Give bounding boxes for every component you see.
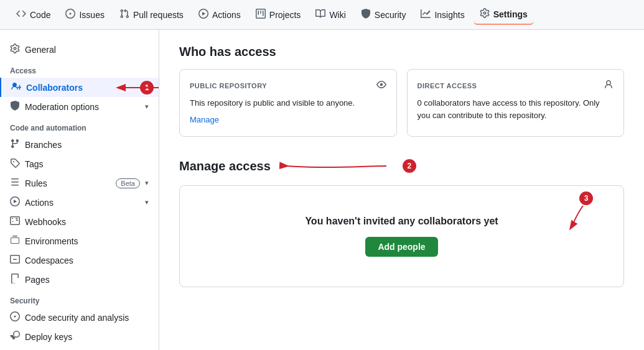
rules-badge: Beta: [116, 178, 140, 188]
manage-access-empty-text: You haven't invited any collaborators ye…: [190, 216, 614, 227]
sidebar-actions-label: Actions: [25, 198, 140, 208]
collaborators-icon: [11, 81, 21, 93]
sidebar-rules-label: Rules: [25, 178, 111, 188]
tags-icon: [10, 158, 20, 170]
settings-sidebar: General Access Collaborators 1: [0, 30, 159, 350]
actions-icon: [198, 9, 208, 21]
eye-icon: [376, 80, 386, 92]
svg-text:3: 3: [584, 194, 589, 203]
sidebar-section-code-automation: Code and automation: [0, 116, 159, 135]
settings-icon: [480, 8, 490, 20]
moderation-icon: [10, 101, 20, 113]
sidebar-moderation-label: Moderation options: [25, 102, 140, 112]
public-card-header: PUBLIC REPOSITORY: [190, 80, 386, 92]
environments-icon: [10, 235, 20, 247]
person-icon: [604, 80, 614, 92]
sidebar-item-moderation[interactable]: Moderation options ▾: [0, 97, 159, 116]
nav-item-actions[interactable]: Actions: [192, 5, 247, 24]
nav-issues-label: Issues: [79, 10, 104, 20]
nav-item-projects[interactable]: Projects: [250, 5, 307, 24]
nav-wiki-label: Wiki: [329, 10, 345, 20]
sidebar-item-actions[interactable]: Actions ▾: [0, 193, 159, 212]
sidebar-item-branches[interactable]: Branches: [0, 135, 159, 154]
sidebar-tags-label: Tags: [25, 159, 149, 169]
general-icon: [10, 44, 20, 55]
pull-requests-icon: [119, 9, 129, 21]
actions-sidebar-icon: [10, 196, 20, 208]
nav-actions-label: Actions: [212, 10, 241, 20]
codespaces-icon: [10, 254, 20, 266]
direct-card-label: DIRECT ACCESS: [418, 82, 477, 90]
projects-icon: [256, 9, 266, 21]
webhooks-icon: [10, 216, 20, 228]
annotation-2: 2: [403, 159, 416, 173]
direct-card-header: DIRECT ACCESS: [418, 80, 614, 92]
public-card-label: PUBLIC REPOSITORY: [190, 82, 267, 90]
nav-item-issues[interactable]: Issues: [59, 5, 110, 24]
manage-access-title: Manage access: [179, 159, 271, 173]
direct-access-card: DIRECT ACCESS 0 collaborators have acces…: [407, 69, 625, 137]
nav-code-label: Code: [30, 10, 50, 20]
public-card-text: This repository is public and visible to…: [190, 97, 386, 109]
deploy-keys-icon: [10, 331, 20, 343]
nav-projects-label: Projects: [269, 10, 301, 20]
sidebar-webhooks-label: Webhooks: [25, 217, 149, 227]
sidebar-section-security: Security: [0, 289, 159, 308]
actions-chevron-icon: ▾: [145, 198, 149, 206]
main-content: Who has access PUBLIC REPOSITORY This re…: [159, 30, 644, 350]
nav-item-wiki[interactable]: Wiki: [309, 5, 352, 24]
manage-link[interactable]: Manage: [190, 115, 219, 124]
insights-icon: [421, 9, 431, 21]
sidebar-section-access: Access: [0, 59, 159, 78]
nav-settings-label: Settings: [493, 9, 528, 19]
manage-access-box: 3 You haven't invited any collaborators …: [179, 185, 624, 287]
add-people-button[interactable]: Add people: [365, 237, 437, 257]
rules-chevron-icon: ▾: [145, 179, 149, 187]
svg-point-0: [579, 191, 593, 205]
nav-item-code[interactable]: Code: [10, 5, 57, 24]
code-security-icon: [10, 311, 20, 323]
nav-security-label: Security: [375, 10, 406, 20]
sidebar-deploy-keys-label: Deploy keys: [25, 332, 149, 342]
issues-icon: [65, 9, 75, 21]
nav-insights-label: Insights: [434, 10, 464, 20]
sidebar-item-webhooks[interactable]: Webhooks: [0, 212, 159, 231]
nav-pr-label: Pull requests: [133, 10, 184, 20]
nav-item-settings[interactable]: Settings: [474, 4, 534, 25]
sidebar-pages-label: Pages: [25, 275, 149, 285]
sidebar-item-general[interactable]: General: [0, 40, 159, 59]
sidebar-item-collaborators[interactable]: Collaborators: [0, 78, 159, 97]
sidebar-environments-label: Environments: [25, 236, 149, 246]
access-cards-container: PUBLIC REPOSITORY This repository is pub…: [179, 69, 624, 137]
sidebar-collaborators-label: Collaborators: [26, 83, 149, 93]
arrow-2: [281, 157, 393, 175]
sidebar-item-pages[interactable]: Pages: [0, 270, 159, 289]
annotation-1: 1: [140, 81, 154, 94]
direct-card-text: 0 collaborators have access to this repo…: [418, 97, 614, 121]
security-icon: [361, 9, 371, 21]
sidebar-item-deploy-keys[interactable]: Deploy keys: [0, 327, 159, 346]
sidebar-code-security-label: Code security and analysis: [25, 313, 149, 323]
public-repository-card: PUBLIC REPOSITORY This repository is pub…: [179, 69, 397, 137]
pages-icon: [10, 274, 20, 285]
branches-icon: [10, 139, 20, 150]
code-icon: [16, 9, 26, 21]
sidebar-general-label: General: [25, 45, 149, 55]
sidebar-item-environments[interactable]: Environments: [0, 231, 159, 251]
wiki-icon: [315, 9, 325, 21]
sidebar-item-code-security[interactable]: Code security and analysis: [0, 308, 159, 327]
rules-icon: [10, 177, 20, 189]
moderation-chevron-icon: ▾: [145, 103, 149, 111]
top-navigation: Code Issues Pull requests Actions Projec…: [0, 0, 644, 30]
sidebar-item-tags[interactable]: Tags: [0, 154, 159, 173]
sidebar-codespaces-label: Codespaces: [25, 256, 149, 265]
sidebar-branches-label: Branches: [25, 140, 149, 150]
sidebar-item-codespaces[interactable]: Codespaces: [0, 251, 159, 270]
nav-item-insights[interactable]: Insights: [414, 5, 470, 24]
page-layout: General Access Collaborators 1: [0, 30, 644, 350]
nav-item-pull-requests[interactable]: Pull requests: [113, 5, 190, 24]
sidebar-item-rules[interactable]: Rules Beta ▾: [0, 173, 159, 193]
nav-item-security[interactable]: Security: [355, 5, 413, 24]
who-has-access-title: Who has access: [179, 45, 624, 59]
